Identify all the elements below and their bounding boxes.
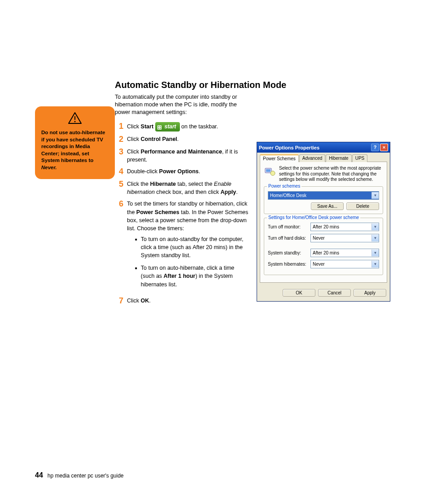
- chevron-down-icon: ▼: [371, 192, 379, 199]
- substep-hibernate: ■To turn on auto-hibernate, click a time…: [135, 264, 249, 288]
- save-as-button[interactable]: Save As...: [311, 202, 344, 210]
- chevron-down-icon: ▼: [371, 224, 379, 230]
- scheme-dropdown[interactable]: Home/Office Desk ▼: [268, 191, 379, 200]
- dialog-title: Power Options Properties: [259, 145, 370, 150]
- power-scheme-icon: [264, 166, 275, 177]
- step-4: 4 Double-click Power Options.: [119, 167, 249, 176]
- tab-power-schemes[interactable]: Power Schemes: [260, 154, 299, 162]
- warning-never: Never.: [41, 165, 57, 170]
- scheme-settings-group: Settings for Home/Office Desk power sche…: [264, 218, 383, 275]
- windows-logo-icon: [157, 124, 163, 130]
- svg-point-4: [271, 171, 275, 175]
- step-7: 7 Click OK.: [119, 297, 249, 306]
- close-button[interactable]: ×: [380, 144, 388, 151]
- monitor-dropdown[interactable]: After 20 mins▼: [310, 223, 379, 231]
- tab-advanced[interactable]: Advanced: [299, 154, 325, 162]
- step-6: 6 To set the timers for standby or hiber…: [119, 200, 249, 293]
- start-button-graphic: start: [155, 122, 180, 131]
- warning-icon: [41, 112, 109, 127]
- ok-button[interactable]: OK: [283, 289, 315, 297]
- substep-standby: ■To turn on auto-standby for the compute…: [135, 235, 249, 259]
- tab-hibernate[interactable]: Hibernate: [326, 154, 351, 162]
- step-2: 2 Click Control Panel.: [119, 135, 249, 144]
- dialog-titlebar[interactable]: Power Options Properties ? ×: [257, 142, 390, 153]
- warning-prefix: Do not use auto-hibernate if you have sc…: [41, 130, 105, 163]
- setting-standby: System standby: After 20 mins▼: [268, 249, 379, 257]
- hibernates-dropdown[interactable]: Never▼: [310, 260, 379, 268]
- setting-hibernates: System hibernates: Never▼: [268, 260, 379, 268]
- step-5: 5 Click the Hibernate tab, select the En…: [119, 180, 249, 196]
- step-1: 1 Click Start start on the taskbar.: [119, 122, 249, 131]
- steps-list: 1 Click Start start on the taskbar. 2 Cl…: [119, 122, 249, 309]
- setting-hard-disks: Turn off hard disks: Never▼: [268, 234, 379, 242]
- svg-rect-3: [266, 169, 271, 172]
- cancel-button[interactable]: Cancel: [318, 289, 351, 297]
- footer-title: hp media center pc user's guide: [48, 473, 124, 479]
- chevron-down-icon: ▼: [371, 261, 379, 267]
- setting-monitor: Turn off monitor: After 20 mins▼: [268, 223, 379, 231]
- step-3: 3 Click Performance and Maintenance, if …: [119, 148, 249, 164]
- section-heading: Automatic Standby or Hibernation Mode: [115, 80, 286, 90]
- svg-point-1: [74, 121, 76, 123]
- harddisks-dropdown[interactable]: Never▼: [310, 234, 379, 242]
- page-number: 44: [35, 471, 43, 479]
- chevron-down-icon: ▼: [371, 250, 379, 256]
- warning-text: Do not use auto-hibernate if you have sc…: [41, 129, 109, 171]
- dialog-description: Select the power scheme with the most ap…: [279, 166, 383, 183]
- apply-button[interactable]: Apply: [354, 289, 386, 297]
- delete-button[interactable]: Delete: [346, 202, 379, 210]
- tab-panel: Select the power scheme with the most ap…: [260, 162, 387, 283]
- standby-dropdown[interactable]: After 20 mins▼: [310, 249, 379, 257]
- page-footer: 44 hp media center pc user's guide: [35, 471, 124, 479]
- tab-ups[interactable]: UPS: [352, 154, 368, 162]
- help-button[interactable]: ?: [371, 144, 379, 151]
- chevron-down-icon: ▼: [371, 235, 379, 241]
- dialog-tabs: Power Schemes Advanced Hibernate UPS: [260, 154, 387, 162]
- power-schemes-group: Power schemes Home/Office Desk ▼ Save As…: [264, 186, 383, 214]
- power-options-dialog: Power Options Properties ? × Power Schem…: [257, 142, 390, 302]
- intro-paragraph: To automatically put the computer into s…: [115, 93, 245, 116]
- warning-callout: Do not use auto-hibernate if you have sc…: [35, 106, 115, 179]
